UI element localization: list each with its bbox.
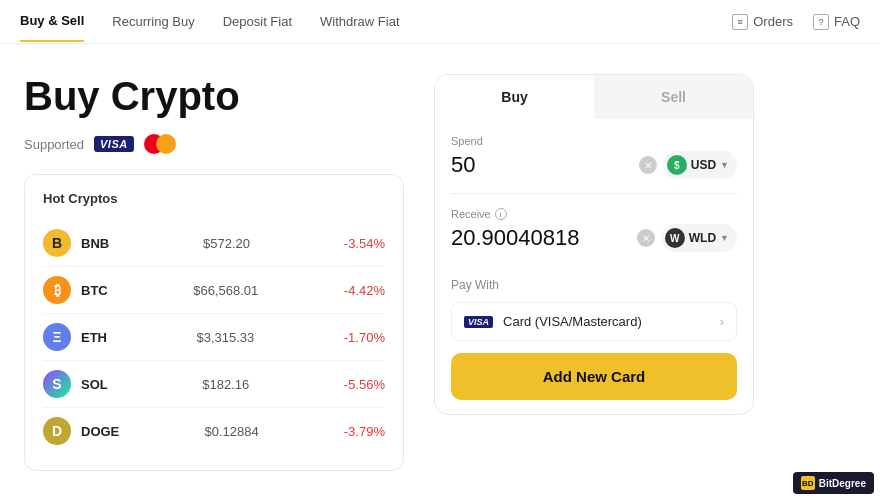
header: Buy & Sell Recurring Buy Deposit Fiat Wi… [0,0,880,44]
crypto-row-sol[interactable]: S SOL $182.16 -5.56% [43,361,385,408]
spend-label: Spend [451,135,737,147]
wld-icon: W [665,228,685,248]
sol-change: -5.56% [344,377,385,392]
main-content: Buy Crypto Supported VISA Hot Cryptos B … [0,44,880,500]
add-card-button[interactable]: Add New Card [451,353,737,400]
crypto-left-eth: Ξ ETH [43,323,107,351]
usd-icon: $ [667,155,687,175]
tab-sell[interactable]: Sell [594,75,753,119]
crypto-left-btc: ₿ BTC [43,276,108,304]
hot-cryptos-card: Hot Cryptos B BNB $572.20 -3.54% ₿ BTC $… [24,174,404,471]
crypto-left-sol: S SOL [43,370,108,398]
supported-row: Supported VISA [24,134,404,154]
pay-method-selector[interactable]: VISA Card (VISA/Mastercard) › [451,302,737,341]
crypto-row-btc[interactable]: ₿ BTC $66,568.01 -4.42% [43,267,385,314]
trade-body: Spend 50 ✕ $ USD ▼ Receive [435,119,753,414]
pay-method-left: VISA Card (VISA/Mastercard) [464,314,642,329]
bnb-change: -3.54% [344,236,385,251]
orders-label: Orders [753,14,793,29]
hot-cryptos-title: Hot Cryptos [43,191,385,206]
nav-buy-sell[interactable]: Buy & Sell [20,1,84,42]
spend-input-row: 50 ✕ $ USD ▼ [451,151,737,179]
faq-icon: ? [813,14,829,30]
trade-card: Buy Sell Spend 50 ✕ $ USD ▼ [434,74,754,415]
eth-name: ETH [81,330,107,345]
bnb-name: BNB [81,236,109,251]
sol-name: SOL [81,377,108,392]
receive-controls: ✕ W WLD ▼ [637,224,737,252]
spend-currency-selector[interactable]: $ USD ▼ [663,151,737,179]
pay-with-label: Pay With [451,278,737,292]
bnb-icon: B [43,229,71,257]
doge-icon: D [43,417,71,445]
page-title: Buy Crypto [24,74,404,118]
btc-change: -4.42% [344,283,385,298]
crypto-left-bnb: B BNB [43,229,109,257]
receive-currency-selector[interactable]: W WLD ▼ [661,224,737,252]
sol-icon: S [43,370,71,398]
btc-name: BTC [81,283,108,298]
doge-name: DOGE [81,424,119,439]
trade-tabs: Buy Sell [435,75,753,119]
pay-method-chevron: › [720,314,724,329]
nav-deposit-fiat[interactable]: Deposit Fiat [223,2,292,41]
eth-change: -1.70% [344,330,385,345]
mastercard-badge [144,134,176,154]
btc-icon: ₿ [43,276,71,304]
faq-label: FAQ [834,14,860,29]
spend-currency-chevron: ▼ [720,160,729,170]
faq-link[interactable]: ? FAQ [813,14,860,30]
bitdegree-badge: BD BitDegree [793,472,874,494]
receive-info-icon: i [495,208,507,220]
btc-price: $66,568.01 [193,283,258,298]
nav-right: ≡ Orders ? FAQ [732,14,860,30]
supported-label: Supported [24,137,84,152]
receive-label-text: Receive [451,208,491,220]
visa-small-icon: VISA [464,316,493,328]
tab-buy[interactable]: Buy [435,75,594,119]
receive-clear-button[interactable]: ✕ [637,229,655,247]
spend-currency-label: USD [691,158,716,172]
crypto-row-bnb[interactable]: B BNB $572.20 -3.54% [43,220,385,267]
bitdegree-label: BitDegree [819,478,866,489]
right-panel: Buy Sell Spend 50 ✕ $ USD ▼ [434,74,754,500]
mc-circle-orange [156,134,176,154]
orders-link[interactable]: ≡ Orders [732,14,793,30]
crypto-row-doge[interactable]: D DOGE $0.12884 -3.79% [43,408,385,454]
receive-value: 20.90040818 [451,225,637,251]
receive-input-row: 20.90040818 ✕ W WLD ▼ [451,224,737,252]
orders-icon: ≡ [732,14,748,30]
doge-change: -3.79% [344,424,385,439]
sol-price: $182.16 [202,377,249,392]
receive-currency-label: WLD [689,231,716,245]
crypto-left-doge: D DOGE [43,417,119,445]
eth-icon: Ξ [43,323,71,351]
visa-badge: VISA [94,136,134,152]
divider [451,193,737,194]
crypto-row-eth[interactable]: Ξ ETH $3,315.33 -1.70% [43,314,385,361]
doge-price: $0.12884 [204,424,258,439]
receive-label: Receive i [451,208,737,220]
nav-left: Buy & Sell Recurring Buy Deposit Fiat Wi… [20,1,400,42]
spend-controls: ✕ $ USD ▼ [639,151,737,179]
receive-currency-chevron: ▼ [720,233,729,243]
pay-method-text: Card (VISA/Mastercard) [503,314,642,329]
bnb-price: $572.20 [203,236,250,251]
bitdegree-icon: BD [801,476,815,490]
eth-price: $3,315.33 [196,330,254,345]
left-panel: Buy Crypto Supported VISA Hot Cryptos B … [24,74,404,500]
spend-clear-button[interactable]: ✕ [639,156,657,174]
nav-withdraw-fiat[interactable]: Withdraw Fiat [320,2,399,41]
spend-value[interactable]: 50 [451,152,639,178]
nav-recurring-buy[interactable]: Recurring Buy [112,2,194,41]
